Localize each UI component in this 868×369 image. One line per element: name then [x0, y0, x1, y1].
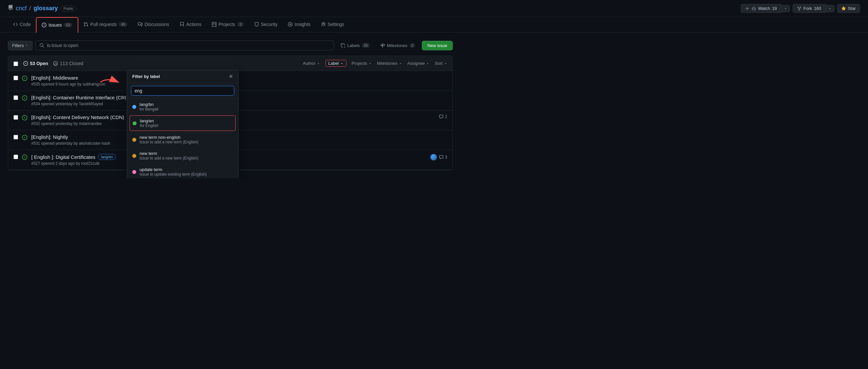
tab-security-label: Security: [261, 22, 278, 27]
issue-open-icon: [22, 155, 27, 161]
main-content: Filters Labels 25 Milestones 2 New issue: [0, 33, 461, 178]
tab-discussions[interactable]: Discussions: [133, 17, 175, 32]
filter-right: Labels 25 Milestones 2 New issue: [337, 41, 453, 50]
issue-open-icon: [22, 76, 27, 82]
watch-dropdown-button[interactable]: [781, 5, 790, 12]
tab-issues-count: 53: [64, 23, 72, 27]
issues-header-left: 53 Open 113 Closed: [13, 61, 83, 66]
tab-issues-label: Issues: [49, 22, 62, 28]
tab-pr-label: Pull requests: [90, 22, 117, 27]
issue-title-534[interactable]: [English]: Container Runtime Interface (…: [31, 95, 447, 100]
dropdown-item-content-lang-en: lang/en for English: [140, 119, 159, 128]
labels-count: 25: [362, 43, 370, 48]
dropdown-title: Filter by label: [132, 74, 160, 79]
assignee-filter-label: Assignee: [407, 61, 425, 66]
tab-code[interactable]: Code: [8, 17, 36, 32]
comment-count-527: 3: [445, 155, 447, 160]
select-all-checkbox[interactable]: [13, 62, 18, 66]
open-issues-count: 53 Open: [23, 61, 48, 66]
issue-checkbox-535[interactable]: [13, 76, 18, 80]
dropdown-item-content-lang-bn: lang/bn for Bengali: [140, 102, 158, 111]
dot-lang-en: [133, 121, 136, 125]
tab-pr-count: 45: [119, 22, 127, 27]
closed-issues-link[interactable]: 113 Closed: [53, 61, 83, 66]
label-filter[interactable]: Label: [326, 60, 346, 67]
dropdown-item-lang-bn[interactable]: lang/bn for Bengali: [127, 99, 238, 115]
tab-projects-label: Projects: [218, 22, 235, 27]
tab-insights[interactable]: Insights: [283, 17, 315, 32]
avatar: [430, 154, 437, 161]
repo-icon: [8, 5, 13, 12]
dropdown-item-new-term-non-english[interactable]: new term non-english Issue to add a new …: [127, 132, 238, 148]
issue-comments-527: 3: [439, 155, 447, 160]
fork-dropdown-button[interactable]: [826, 5, 834, 12]
issues-container: 53 Open 113 Closed Author Label Projects: [8, 56, 453, 170]
tab-pull-requests[interactable]: Pull requests 45: [78, 17, 133, 32]
tab-security[interactable]: Security: [249, 17, 283, 32]
issue-meta-531: #531 opened yesterday by akshatcoder-has…: [31, 141, 447, 146]
dropdown-item-desc-lang-en: for English: [140, 123, 159, 128]
dot-lang-bn: [132, 105, 136, 109]
issue-title-535[interactable]: [English]: Middleware: [31, 75, 447, 80]
issue-title-531[interactable]: [English]: Nightly: [31, 134, 447, 140]
milestones-filter[interactable]: Milestones: [377, 61, 402, 66]
search-box: [35, 40, 334, 50]
dropdown-search-area: [127, 83, 238, 99]
dropdown-item-lang-en[interactable]: lang/en for English: [130, 115, 236, 131]
issue-comments-532: 2: [439, 114, 447, 119]
sort-filter[interactable]: Sort: [435, 61, 447, 66]
tab-settings-label: Settings: [328, 22, 344, 27]
search-input[interactable]: [47, 43, 330, 48]
assignee-filter[interactable]: Assignee: [407, 61, 429, 66]
dropdown-item-name-new-term: new term: [140, 151, 198, 156]
repo-title: cncf / glossary Public: [8, 5, 76, 12]
issue-checkbox-531[interactable]: [13, 135, 18, 139]
repo-visibility-badge: Public: [61, 6, 76, 11]
dropdown-item-content-new-term: new term Issue to add a new term (Englis…: [140, 151, 198, 161]
arrow-indicator: [97, 76, 123, 90]
labels-label: Labels: [347, 43, 360, 48]
dropdown-close-button[interactable]: ✕: [229, 73, 233, 79]
header-actions: Watch 19 Fork 160 Star: [741, 4, 860, 13]
author-filter[interactable]: Author: [303, 61, 320, 66]
projects-filter[interactable]: Projects: [352, 61, 372, 66]
milestones-button[interactable]: Milestones 2: [376, 41, 419, 50]
issue-checkbox-532[interactable]: [13, 115, 18, 120]
new-issue-button[interactable]: New issue: [422, 41, 453, 50]
milestones-count: 2: [409, 43, 415, 48]
repo-name[interactable]: glossary: [34, 5, 58, 12]
labels-button[interactable]: Labels 25: [337, 41, 374, 50]
repo-nav: Code Issues 53 Pull requests 45 Discussi…: [0, 17, 868, 33]
tab-issues[interactable]: Issues 53: [36, 17, 78, 33]
dropdown-item-update-term[interactable]: update term Issue to update existing ter…: [127, 164, 238, 178]
sort-filter-label: Sort: [435, 61, 442, 66]
filters-button[interactable]: Filters: [8, 41, 33, 50]
tab-actions-label: Actions: [186, 22, 202, 27]
watch-button[interactable]: Watch 19: [741, 4, 781, 13]
star-label: Star: [848, 6, 856, 11]
watch-count: 19: [772, 6, 777, 11]
fork-button[interactable]: Fork 160: [793, 4, 826, 13]
issue-meta-534: #534 opened yesterday by TarekMSayed: [31, 102, 447, 106]
star-button[interactable]: Star: [837, 4, 860, 13]
tab-projects[interactable]: Projects 3: [207, 17, 249, 32]
tab-actions[interactable]: Actions: [175, 17, 207, 32]
repo-org[interactable]: cncf: [16, 5, 27, 12]
tab-discussions-label: Discussions: [145, 22, 169, 27]
dropdown-search-input[interactable]: [131, 86, 234, 96]
issue-open-icon: [22, 135, 27, 141]
issue-checkbox-527[interactable]: [13, 155, 18, 159]
dropdown-item-content-update-term: update term Issue to update existing ter…: [140, 167, 207, 177]
dropdown-item-new-term[interactable]: new term Issue to add a new term (Englis…: [127, 148, 238, 164]
issues-list-header: 53 Open 113 Closed Author Label Projects: [8, 56, 453, 71]
issue-open-icon: [22, 115, 27, 121]
dropdown-item-name-new-term-non-english: new term non-english: [140, 135, 198, 140]
tab-settings[interactable]: Settings: [316, 17, 350, 32]
projects-filter-label: Projects: [352, 61, 367, 66]
filters-label: Filters: [12, 43, 24, 48]
dot-new-term: [132, 154, 136, 158]
milestones-filter-label: Milestones: [377, 61, 398, 66]
issue-checkbox-534[interactable]: [13, 95, 18, 100]
issue-meta-535: #535 opened 9 hours ago by subhamgcon: [31, 82, 447, 87]
filter-by-label-dropdown: Filter by label ✕ lang/bn for Bengali la…: [127, 70, 239, 178]
